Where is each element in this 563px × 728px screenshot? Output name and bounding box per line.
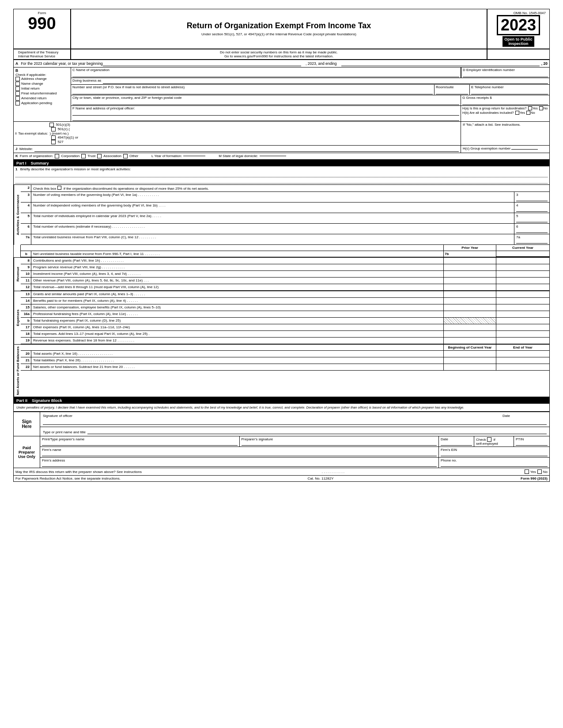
checkbox-527[interactable] — [51, 140, 56, 144]
line7a-row: 7a Total unrelated business revenue from… — [21, 234, 549, 245]
line8-current[interactable] — [496, 258, 549, 264]
street-input[interactable] — [72, 89, 433, 94]
line15-current[interactable] — [496, 304, 549, 311]
checkbox-other[interactable] — [123, 154, 128, 158]
line18-current[interactable] — [496, 331, 549, 337]
line18-row: 18 Total expenses. Add lines 13–17 (must… — [21, 331, 549, 338]
year-formation-input[interactable] — [183, 156, 205, 156]
phone-no-input[interactable] — [441, 462, 548, 467]
line21-beg[interactable] — [443, 357, 496, 364]
check-corporation: Corporation — [55, 154, 79, 158]
checkbox-trust[interactable] — [81, 154, 86, 158]
line1-input2[interactable] — [15, 177, 548, 184]
line10-prior[interactable] — [443, 271, 496, 277]
line10-current[interactable] — [496, 271, 549, 277]
line13-current[interactable] — [496, 291, 549, 297]
checkbox-association[interactable] — [97, 154, 102, 158]
doing-business-input[interactable] — [103, 79, 548, 84]
checkbox-address[interactable] — [15, 77, 20, 81]
line22-beg[interactable] — [443, 364, 496, 370]
firms-address-input[interactable] — [42, 462, 437, 467]
checkbox-initial[interactable] — [15, 86, 20, 91]
principal-field: F Name and address of principal officer: — [71, 106, 461, 121]
ptin-input[interactable] — [516, 441, 548, 446]
type-print-input[interactable] — [87, 429, 547, 434]
hb-yes-label: Yes — [520, 111, 525, 115]
checkbox-final[interactable] — [15, 91, 20, 96]
checkbox-501c[interactable] — [51, 127, 56, 131]
line22-end[interactable] — [496, 364, 549, 370]
line17-prior[interactable] — [443, 324, 496, 330]
phone-input[interactable] — [471, 89, 548, 94]
line16a-current[interactable] — [496, 311, 549, 317]
line16a-prior[interactable] — [443, 311, 496, 317]
line18-prior[interactable] — [443, 331, 496, 337]
line10-content: Investment income (Part VIII, column (A)… — [31, 271, 443, 277]
checkbox-amended[interactable] — [15, 96, 20, 101]
preparer-label: Paid Preparer Use Only — [14, 436, 40, 468]
line5-row: 5 Total number of individuals employed i… — [21, 213, 549, 224]
line15-prior[interactable] — [443, 304, 496, 311]
line12-row: 12 Total revenue—add lines 8 through 11 … — [21, 284, 549, 291]
irs-yes-checkbox[interactable] — [525, 469, 529, 474]
checkbox-501c3[interactable] — [49, 123, 54, 127]
line13-prior[interactable] — [443, 291, 496, 297]
line7b-text: Net unrelated business taxable income fr… — [31, 251, 443, 257]
line7b-current-input[interactable] — [496, 251, 549, 257]
firm-ein-col: Firm's EIN — [439, 447, 549, 457]
prep-date-input[interactable] — [441, 441, 472, 446]
line14-prior[interactable] — [443, 298, 496, 304]
hb-no-checkbox[interactable] — [526, 111, 530, 115]
firms-ein-input[interactable] — [441, 452, 548, 456]
employer-id-input[interactable] — [463, 72, 548, 77]
checkbox-application[interactable] — [15, 101, 20, 105]
hb-yes-checkbox[interactable] — [515, 111, 519, 115]
checkbox-corporation[interactable] — [55, 154, 59, 158]
self-employed-checkbox[interactable] — [487, 437, 491, 442]
sign-date-input[interactable] — [503, 418, 547, 425]
website-input[interactable] — [34, 146, 459, 152]
line8-prior[interactable] — [443, 258, 496, 264]
line14-current[interactable] — [496, 298, 549, 304]
city-input[interactable] — [72, 100, 459, 105]
line19-current[interactable] — [496, 338, 549, 344]
line12-current[interactable] — [496, 284, 549, 290]
checkbox-name[interactable] — [15, 82, 20, 86]
line12-content: Total revenue—add lines 8 through 11 (mu… — [31, 284, 443, 290]
irs-no-checkbox[interactable] — [537, 469, 542, 474]
gross-input[interactable] — [462, 100, 548, 105]
state-domicile-input[interactable] — [260, 156, 286, 156]
principal-input2[interactable] — [72, 116, 459, 121]
line9-current[interactable] — [496, 264, 549, 270]
room-input[interactable] — [436, 89, 468, 94]
ha-no-checkbox[interactable] — [539, 106, 543, 110]
org-name-input[interactable] — [72, 72, 459, 77]
line19-prior[interactable] — [443, 338, 496, 344]
line20-beg[interactable] — [443, 351, 496, 357]
line2-checkbox[interactable] — [57, 186, 61, 190]
line16b-prior — [443, 318, 496, 324]
line13-row: 13 Grants and similar amounts paid (Part… — [21, 291, 549, 298]
prep-name-input[interactable] — [42, 441, 238, 446]
prep-sig-input[interactable] — [242, 441, 437, 446]
signature-input[interactable] — [43, 418, 503, 425]
line17-current[interactable] — [496, 324, 549, 330]
ha-yes-checkbox[interactable] — [528, 106, 532, 110]
header-top: Form 990 Return of Organization Exempt F… — [14, 9, 549, 49]
line21-end[interactable] — [496, 357, 549, 364]
line11-prior[interactable] — [443, 278, 496, 284]
checkbox-4947[interactable] — [51, 135, 56, 140]
hc-input[interactable] — [511, 149, 538, 150]
line11-current[interactable] — [496, 278, 549, 284]
line12-prior[interactable] — [443, 284, 496, 290]
line13-content: Grants and similar amounts paid (Part IX… — [31, 291, 443, 297]
row-a-year-input[interactable] — [103, 61, 301, 66]
line9-prior[interactable] — [443, 264, 496, 270]
line20-end[interactable] — [496, 351, 549, 357]
firms-name-input[interactable] — [42, 452, 437, 456]
row-a-end-input[interactable] — [341, 61, 540, 66]
line16b-current[interactable] — [496, 318, 549, 324]
line1-input1[interactable] — [15, 171, 548, 177]
row-j: J Website: — [14, 146, 461, 153]
principal-input[interactable] — [72, 110, 459, 116]
